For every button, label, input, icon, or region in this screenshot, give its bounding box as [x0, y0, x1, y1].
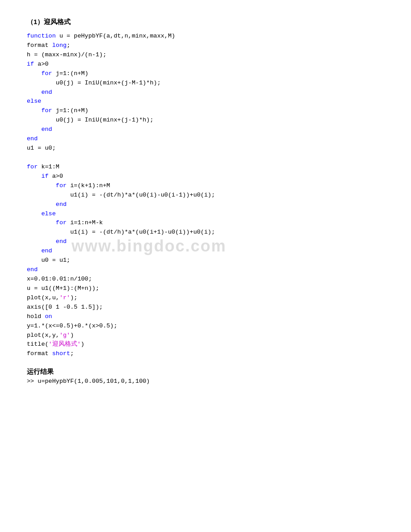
section-title: （1）迎风格式 [27, 18, 384, 26]
run-section: 运行结果 >> u=peHypbYF(1,0.005,101,0,1,100) [27, 368, 384, 385]
code-block: function u = peHypbYF(a,dt,n,minx,maxx,M… [27, 32, 384, 359]
run-title: 运行结果 [27, 368, 384, 376]
run-command: >> u=peHypbYF(1,0.005,101,0,1,100) [27, 378, 384, 385]
